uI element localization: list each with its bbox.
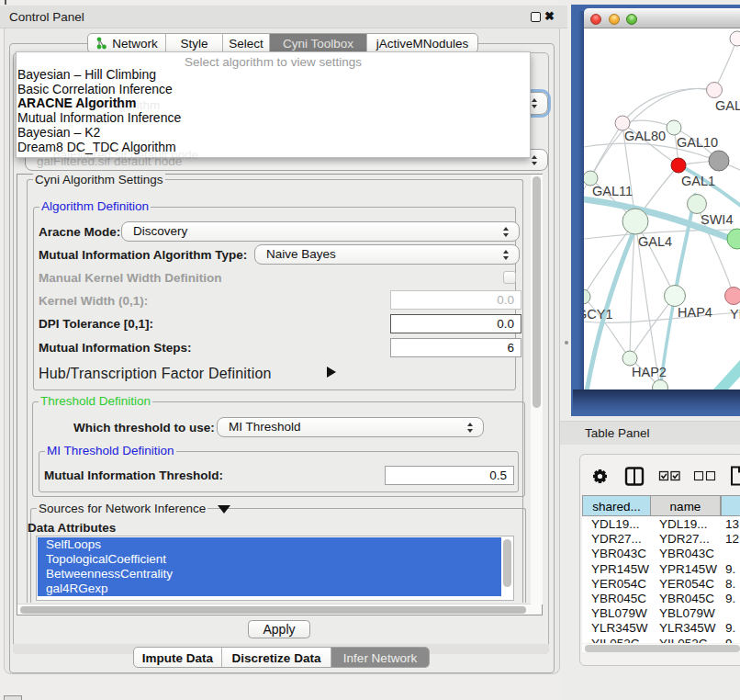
svg-text:GAL1: GAL1: [681, 174, 715, 188]
svg-text:HAP4: HAP4: [678, 305, 712, 320]
svg-text:SWI4: SWI4: [701, 212, 733, 227]
svg-text:GAL10: GAL10: [677, 135, 718, 150]
svg-text:GAL4: GAL4: [638, 234, 672, 249]
svg-text:GAL7: GAL7: [715, 98, 740, 113]
svg-text:YM: YM: [730, 307, 740, 322]
svg-text:GAL80: GAL80: [624, 129, 666, 143]
svg-text:GCY1: GCY1: [584, 307, 613, 322]
svg-text:HAP2: HAP2: [632, 365, 667, 379]
svg-text:GAL11: GAL11: [592, 184, 633, 198]
